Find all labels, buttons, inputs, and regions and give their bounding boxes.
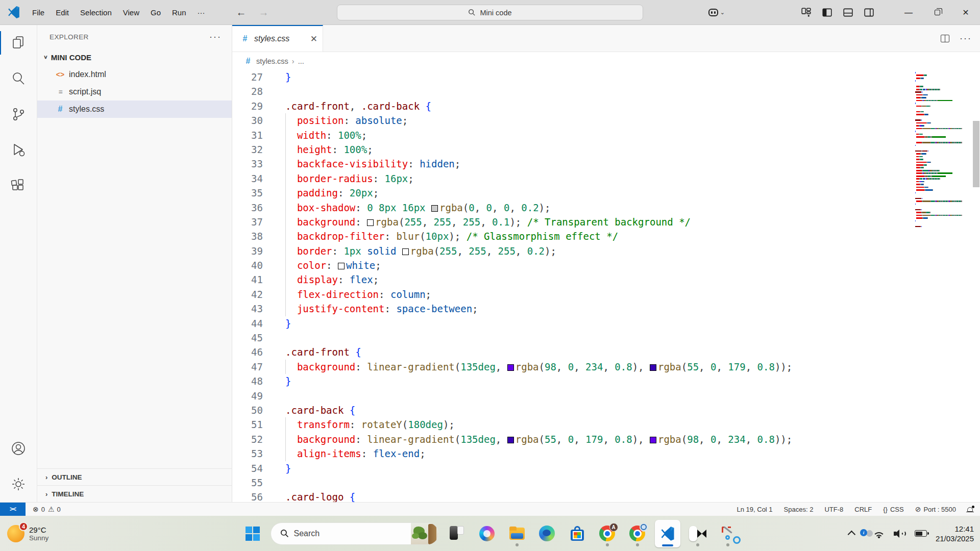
color-swatch[interactable] bbox=[650, 364, 656, 371]
app-task-view[interactable] bbox=[444, 520, 470, 547]
taskbar-search[interactable]: Search bbox=[271, 522, 439, 545]
code-line[interactable]: 33 backface-visibility: hidden; bbox=[232, 157, 980, 171]
command-center-search[interactable]: Mini code bbox=[337, 5, 643, 20]
tab-styles-css[interactable]: # styles.css ✕ bbox=[232, 25, 323, 52]
file-styles-css[interactable]: #styles.css bbox=[37, 101, 232, 118]
code-line[interactable]: 35 padding: 20px; bbox=[232, 186, 980, 200]
color-swatch[interactable] bbox=[431, 205, 438, 212]
app-file-explorer[interactable] bbox=[504, 520, 530, 547]
code-line[interactable]: 36 box-shadow: 0 8px 16px rgba(0, 0, 0, … bbox=[232, 201, 980, 215]
code-line[interactable]: 31 width: 100%; bbox=[232, 128, 980, 142]
language-mode[interactable]: {} CSS bbox=[883, 506, 903, 513]
notifications-bell-icon[interactable] bbox=[967, 507, 973, 512]
app-copilot[interactable] bbox=[474, 520, 500, 547]
color-swatch[interactable] bbox=[367, 219, 374, 226]
code-line[interactable]: 39 border: 1px solid rgba(255, 255, 255,… bbox=[232, 244, 980, 258]
code-line[interactable]: 38 backdrop-filter: blur(10px); /* Glass… bbox=[232, 229, 980, 243]
code-line[interactable]: 45 bbox=[232, 331, 980, 345]
cursor-position[interactable]: Ln 19, Col 1 bbox=[737, 506, 773, 513]
toggle-sidebar-icon[interactable] bbox=[822, 8, 832, 17]
folder-mini-code[interactable]: ∨ MINI CODE bbox=[37, 48, 232, 66]
app-chrome-profile-a[interactable]: A bbox=[595, 520, 620, 547]
app-capcut[interactable] bbox=[685, 520, 710, 547]
code-line[interactable]: 29.card-front, .card-back { bbox=[232, 99, 980, 113]
activity-source-control[interactable] bbox=[0, 96, 37, 132]
indentation[interactable]: Spaces: 2 bbox=[784, 506, 814, 513]
split-editor-icon[interactable] bbox=[941, 35, 949, 42]
color-swatch[interactable] bbox=[338, 263, 345, 269]
menu-file[interactable]: File bbox=[27, 6, 50, 19]
code-line[interactable]: 49 bbox=[232, 389, 980, 403]
eol-sequence[interactable]: CRLF bbox=[854, 506, 872, 513]
clock[interactable]: 12:41 21/03/2025 bbox=[936, 524, 974, 543]
menu-view[interactable]: View bbox=[117, 6, 145, 19]
minimap[interactable] bbox=[915, 72, 964, 240]
encoding[interactable]: UTF-8 bbox=[824, 506, 843, 513]
code-line[interactable]: 52 background: linear-gradient(135deg, r… bbox=[232, 432, 980, 446]
app-vscode[interactable] bbox=[655, 520, 680, 547]
bing-daily-image[interactable] bbox=[411, 523, 438, 544]
minimize-button[interactable]: — bbox=[894, 0, 923, 25]
activity-extensions[interactable] bbox=[0, 168, 37, 204]
code-line[interactable]: 42 flex-direction: column; bbox=[232, 287, 980, 302]
menu-go[interactable]: Go bbox=[145, 6, 166, 19]
explorer-more-icon[interactable]: ··· bbox=[209, 32, 222, 42]
app-store[interactable] bbox=[565, 520, 590, 547]
nav-forward-button[interactable]: → bbox=[259, 7, 269, 18]
code-line[interactable]: 54} bbox=[232, 461, 980, 475]
color-swatch[interactable] bbox=[507, 437, 514, 443]
code-line[interactable]: 47 background: linear-gradient(135deg, r… bbox=[232, 360, 980, 374]
close-button[interactable]: ✕ bbox=[951, 0, 980, 25]
color-swatch[interactable] bbox=[507, 364, 514, 371]
vertical-scrollbar[interactable] bbox=[972, 70, 980, 502]
code-line[interactable]: 43 justify-content: space-between; bbox=[232, 302, 980, 316]
code-line[interactable]: 40 color: white; bbox=[232, 258, 980, 272]
remote-indicator[interactable]: >< bbox=[0, 503, 26, 516]
activity-search[interactable] bbox=[0, 61, 37, 96]
section-outline[interactable]: ›OUTLINE bbox=[37, 468, 232, 485]
code-line[interactable]: 48} bbox=[232, 374, 980, 388]
scrollbar-thumb[interactable] bbox=[973, 121, 979, 187]
menu-selection[interactable]: Selection bbox=[75, 6, 117, 19]
code-line[interactable]: 37 background: rgba(255, 255, 255, 0.1);… bbox=[232, 215, 980, 229]
breadcrumb-tail[interactable]: ... bbox=[298, 57, 304, 65]
code-line[interactable]: 41 display: flex; bbox=[232, 272, 980, 287]
customize-layout-icon[interactable] bbox=[801, 8, 811, 17]
code-line[interactable]: 53 align-items: flex-end; bbox=[232, 446, 980, 461]
toggle-panel-icon[interactable] bbox=[843, 8, 853, 17]
copilot-button[interactable]: ⌄ bbox=[708, 9, 725, 16]
file-script-jsq[interactable]: ≡script.jsq bbox=[37, 83, 232, 101]
code-line[interactable]: 30 position: absolute; bbox=[232, 113, 980, 128]
code-line[interactable]: 34 border-radius: 16px; bbox=[232, 171, 980, 186]
app-chrome-profile-b[interactable] bbox=[625, 520, 650, 547]
editor-more-icon[interactable]: ··· bbox=[960, 33, 972, 44]
breadcrumb[interactable]: # styles.css › ... bbox=[232, 52, 980, 70]
code-line[interactable]: 46.card-front { bbox=[232, 345, 980, 359]
menu-run[interactable]: Run bbox=[166, 6, 192, 19]
problems-warnings[interactable]: ⚠ 0 bbox=[48, 505, 61, 513]
code-line[interactable]: 50.card-back { bbox=[232, 403, 980, 417]
problems-errors[interactable]: ⊗ 0 bbox=[33, 505, 45, 513]
section-timeline[interactable]: ›TIMELINE bbox=[37, 485, 232, 502]
app-edge[interactable] bbox=[534, 520, 560, 547]
color-swatch[interactable] bbox=[650, 437, 656, 443]
restore-button[interactable] bbox=[923, 0, 951, 25]
code-line[interactable]: 27} bbox=[232, 70, 980, 84]
volume-icon[interactable] bbox=[894, 529, 906, 538]
toggle-secondary-sidebar-icon[interactable] bbox=[864, 8, 874, 17]
weather-widget[interactable]: 4 29°C Sunny bbox=[7, 525, 48, 542]
settings-button[interactable] bbox=[0, 466, 37, 502]
wifi-icon[interactable] bbox=[873, 529, 885, 538]
code-line[interactable]: 51 transform: rotateY(180deg); bbox=[232, 417, 980, 432]
tab-close-icon[interactable]: ✕ bbox=[310, 34, 317, 44]
code-line[interactable]: 55 bbox=[232, 475, 980, 490]
file-index-html[interactable]: <>index.html bbox=[37, 66, 232, 83]
nav-back-button[interactable]: ← bbox=[236, 7, 247, 18]
activity-explorer[interactable] bbox=[0, 25, 37, 61]
code-area[interactable]: 27}2829.card-front, .card-back {30 posit… bbox=[232, 70, 980, 502]
code-line[interactable]: 32 height: 100%; bbox=[232, 142, 980, 157]
activity-run-debug[interactable] bbox=[0, 132, 37, 168]
account-button[interactable] bbox=[0, 431, 37, 466]
app-snipping-tool[interactable] bbox=[715, 520, 741, 547]
start-button[interactable] bbox=[240, 520, 265, 547]
